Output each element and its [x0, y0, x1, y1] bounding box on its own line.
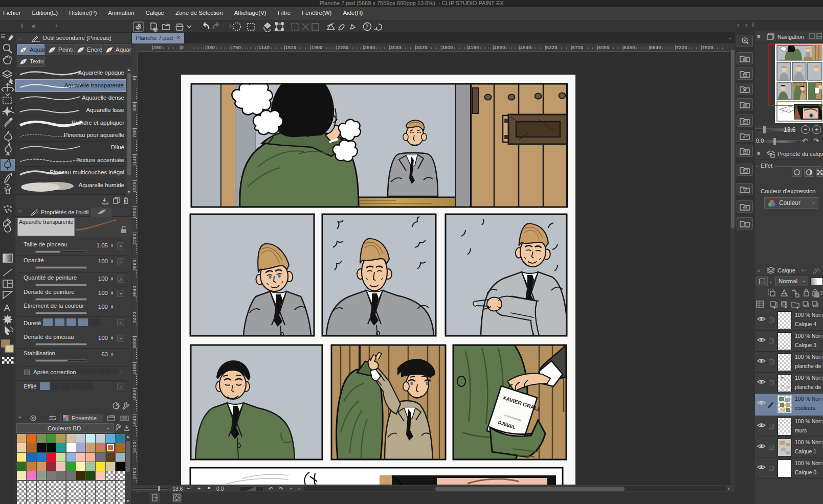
svg-text:?: ? — [366, 24, 369, 30]
svg-text:A: A — [4, 303, 10, 313]
